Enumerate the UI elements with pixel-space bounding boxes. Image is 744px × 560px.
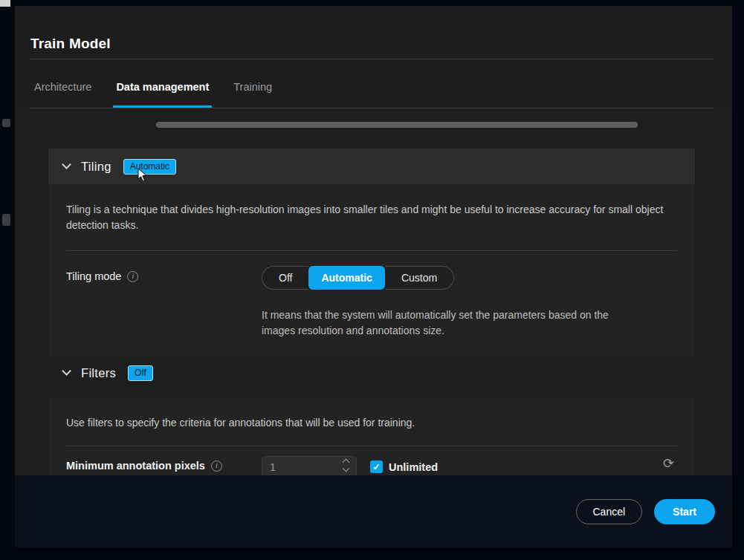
divider [30, 59, 714, 59]
divider [66, 446, 677, 446]
info-icon[interactable]: i [211, 460, 222, 472]
min-annotation-pixels-label: Minimum annotation pixels [66, 460, 205, 472]
start-button[interactable]: Start [654, 499, 715, 524]
tab-training[interactable]: Training [230, 76, 275, 108]
tiling-mode-segmented-control: Off Automatic Custom [262, 266, 454, 290]
filters-card: Use filters to specify the criteria for … [48, 397, 695, 475]
tiling-mode-helper-text: It means that the system will automatica… [262, 307, 641, 339]
app-sidebar [0, 0, 15, 560]
tiling-mode-label-row: Tiling mode i [66, 270, 138, 282]
chevron-down-icon [62, 366, 71, 376]
chevron-down-icon [62, 160, 71, 169]
tiling-section-title: Tiling [81, 160, 111, 174]
tiling-description: Tiling is a technique that divides high-… [66, 202, 668, 233]
tiling-status-badge[interactable]: Automatic [123, 159, 176, 175]
filters-description: Use filters to specify the criteria for … [66, 415, 668, 431]
divider [66, 250, 677, 251]
dialog-footer: Cancel Start [15, 475, 732, 547]
app-background: Train Model Architecture Data management… [0, 0, 744, 560]
sidebar-icon [2, 214, 10, 226]
dialog-body: Tiling Automatic Tiling is a technique t… [15, 108, 732, 475]
min-annotation-pixels-input[interactable] [262, 456, 357, 475]
unlimited-checkbox-row: ✓ Unlimited [370, 460, 438, 473]
info-icon[interactable]: i [127, 271, 138, 282]
unlimited-checkbox[interactable]: ✓ [370, 460, 383, 473]
app-logo-icon [0, 0, 10, 7]
min-annotation-pixels-label-row: Minimum annotation pixels i [66, 460, 222, 472]
tab-architecture[interactable]: Architecture [31, 76, 94, 108]
tiling-mode-custom-button[interactable]: Custom [385, 266, 454, 290]
unlimited-label: Unlimited [389, 461, 438, 473]
tiling-mode-automatic-button[interactable]: Automatic [308, 266, 384, 290]
tab-bar: Architecture Data management Training [31, 76, 275, 108]
sidebar-icon [2, 119, 10, 127]
tiling-mode-label: Tiling mode [66, 270, 121, 282]
scrollbar-thumb[interactable] [156, 122, 638, 128]
tiling-section-header[interactable]: Tiling Automatic [48, 149, 695, 184]
train-model-dialog: Train Model Architecture Data management… [15, 6, 732, 547]
tiling-mode-off-button[interactable]: Off [262, 266, 308, 290]
reset-icon[interactable]: ⟳ [663, 457, 674, 470]
page-title: Train Model [30, 36, 111, 52]
cancel-button[interactable]: Cancel [576, 499, 643, 524]
chevron-down-icon[interactable] [343, 465, 350, 472]
filters-status-badge[interactable]: Off [128, 365, 153, 381]
filters-section-header[interactable]: Filters Off [48, 356, 695, 389]
tab-data-management[interactable]: Data management [113, 76, 212, 108]
filters-section-title: Filters [81, 366, 116, 380]
tiling-card: Tiling is a technique that divides high-… [48, 184, 695, 356]
number-stepper[interactable] [343, 460, 349, 471]
